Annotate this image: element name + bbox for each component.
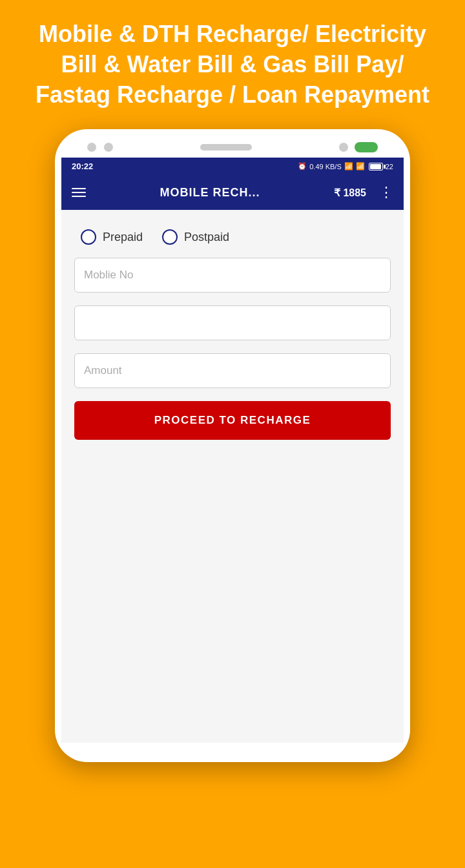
mobile-number-input[interactable]	[74, 258, 391, 293]
postpaid-radio-circle[interactable]	[162, 229, 178, 245]
camera-dot-2	[104, 143, 113, 152]
hamburger-line-2	[72, 192, 86, 193]
more-options-icon[interactable]: ⋮	[379, 184, 393, 201]
postpaid-option[interactable]: Postpaid	[162, 229, 229, 245]
speed-indicator: 0.49 KB/S	[309, 163, 342, 170]
status-icons: ⏰ 0.49 KB/S 📶 📶 22	[298, 162, 393, 170]
battery-level: 22	[386, 163, 393, 170]
camera-dot-3	[339, 143, 348, 152]
proceed-to-recharge-button[interactable]: PROCEED TO RECHARGE	[74, 401, 391, 440]
app-toolbar: MOBILE RECH... ₹ 1885 ⋮	[61, 175, 404, 210]
prepaid-option[interactable]: Prepaid	[81, 229, 143, 245]
toolbar-title: MOBILE RECH...	[94, 186, 326, 200]
status-bar: 20:22 ⏰ 0.49 KB/S 📶 📶 22	[61, 158, 404, 175]
hamburger-menu-icon[interactable]	[72, 188, 86, 197]
prepaid-radio-circle[interactable]	[81, 229, 96, 245]
payment-type-radio-row: Prepaid Postpaid	[74, 229, 391, 245]
power-button-indicator	[355, 142, 378, 152]
phone-content-area: Prepaid Postpaid PROCEED TO RECHARGE	[61, 210, 404, 743]
status-time: 20:22	[72, 161, 93, 171]
camera-dot-1	[87, 143, 96, 152]
battery-icon	[369, 163, 383, 170]
page-header-title: Mobile & DTH Recharge/ Electricity Bill …	[13, 19, 452, 110]
phone-mockup: 20:22 ⏰ 0.49 KB/S 📶 📶 22 MOBILE RECH... …	[55, 129, 410, 762]
camera-right-group	[339, 142, 378, 152]
hamburger-line-1	[72, 188, 86, 189]
prepaid-label: Prepaid	[103, 231, 143, 244]
toolbar-balance: ₹ 1885	[334, 187, 366, 199]
postpaid-label: Postpaid	[184, 231, 229, 244]
network-icon: 📶	[344, 162, 353, 170]
operator-input[interactable]	[74, 305, 391, 340]
amount-input[interactable]	[74, 353, 391, 388]
front-cameras	[87, 143, 113, 152]
phone-hardware-top	[61, 142, 404, 152]
speaker-notch	[200, 144, 252, 150]
network-icon-2: 📶	[356, 162, 365, 170]
hamburger-line-3	[72, 196, 86, 197]
clock-icon: ⏰	[298, 162, 307, 170]
